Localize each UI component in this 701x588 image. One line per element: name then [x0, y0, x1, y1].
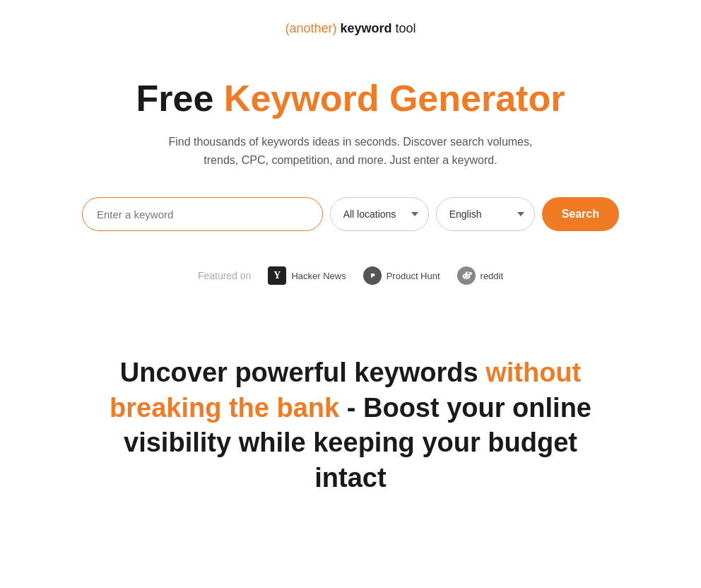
- reddit-label: reddit: [481, 271, 504, 281]
- location-select[interactable]: All locations: [330, 197, 429, 231]
- reddit-icon: [457, 266, 476, 285]
- svg-point-4: [464, 276, 465, 277]
- hero-title-free: Free: [136, 78, 224, 119]
- bottom-cta-text: Uncover powerful keywords without breaki…: [103, 355, 598, 495]
- svg-point-5: [467, 276, 469, 277]
- hero-subtitle: Find thousands of keywords ideas in seco…: [153, 133, 548, 169]
- featured-row: Featured on Y Hacker News Product Hunt: [198, 266, 503, 285]
- product-hunt-icon: [363, 266, 382, 285]
- hacker-news-icon: Y: [268, 266, 286, 285]
- hero-title: Free Keyword Generator: [136, 78, 565, 119]
- search-bar: All locations English Search: [82, 197, 619, 231]
- logo: (another) keyword tool: [285, 21, 416, 36]
- keyword-input[interactable]: [82, 197, 323, 231]
- hero-title-colored: Keyword Generator: [224, 78, 565, 119]
- search-button[interactable]: Search: [542, 197, 619, 231]
- logo-another: (another): [285, 21, 336, 35]
- bottom-cta: Uncover powerful keywords without breaki…: [103, 355, 598, 495]
- logo-keyword: keyword: [340, 21, 391, 35]
- cta-line2-orange: breaking the bank: [110, 393, 339, 423]
- hacker-news-label: Hacker News: [291, 271, 346, 281]
- product-hunt-label: Product Hunt: [387, 271, 440, 281]
- featured-item-reddit: reddit: [457, 266, 504, 285]
- featured-item-producthunt: Product Hunt: [363, 266, 440, 285]
- featured-label: Featured on: [198, 270, 252, 281]
- featured-item-hackernews: Y Hacker News: [268, 266, 346, 285]
- language-select[interactable]: English: [436, 197, 535, 231]
- page-wrapper: (another) keyword tool Free Keyword Gene…: [0, 0, 701, 588]
- logo-tool: tool: [396, 21, 416, 35]
- hero-section: Free Keyword Generator Find thousands of…: [136, 78, 565, 169]
- top-bar: (another) keyword tool: [14, 21, 687, 36]
- cta-line3: visibility while keeping your budget int…: [124, 428, 577, 492]
- cta-line1-orange: without: [485, 358, 581, 387]
- cta-line1-black: Uncover powerful keywords: [120, 358, 485, 387]
- svg-point-7: [465, 272, 466, 274]
- cta-line2-black: - Boost your online: [339, 393, 591, 423]
